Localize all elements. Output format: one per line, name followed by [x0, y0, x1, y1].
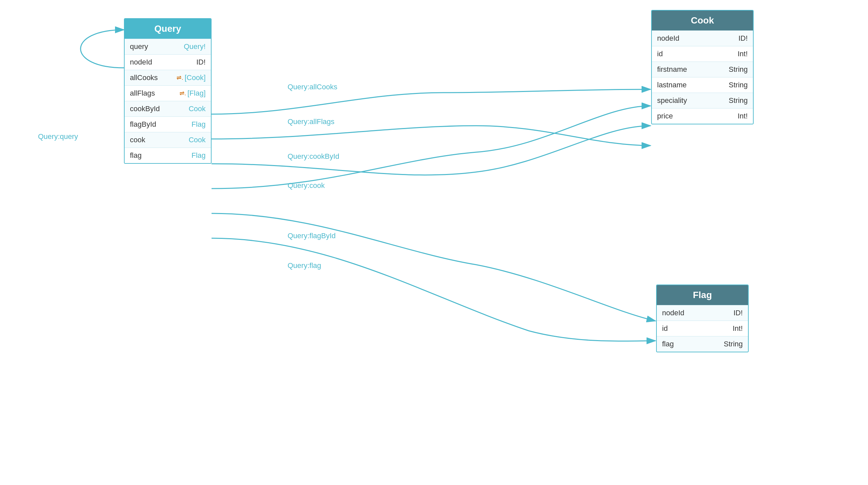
field-name: price	[657, 112, 673, 120]
field-type: Cook	[189, 105, 206, 113]
field-type: String	[729, 96, 748, 105]
table-row: nodeId ID!	[657, 305, 748, 320]
field-type: [Flag]	[187, 89, 206, 97]
field-name: query	[130, 42, 148, 51]
field-name: allFlags	[130, 89, 155, 97]
table-row: speciality String	[652, 93, 753, 108]
table-row: price Int!	[652, 108, 753, 124]
arrow-label-cook: Query:cook	[287, 181, 325, 190]
arrow-label-flag: Query:flag	[287, 261, 321, 270]
table-row: nodeId ID!	[652, 30, 753, 46]
field-name: flag	[662, 340, 674, 348]
table-row: flag String	[657, 336, 748, 352]
table-row: nodeId ID!	[125, 54, 211, 70]
field-name: cook	[130, 136, 145, 144]
field-name: nodeId	[657, 34, 679, 43]
table-row: allCooks ⇌. [Cook]	[125, 70, 211, 85]
field-type: ID!	[738, 34, 748, 43]
field-type: ID!	[196, 58, 206, 66]
field-name: firstname	[657, 65, 687, 74]
table-row: flag Flag	[125, 147, 211, 163]
field-name: flag	[130, 151, 142, 160]
table-row: allFlags ⇌. [Flag]	[125, 85, 211, 101]
field-name: speciality	[657, 96, 687, 105]
field-type: Flag	[191, 151, 206, 160]
relay-icon: ⇌.	[177, 74, 183, 81]
field-name: nodeId	[130, 58, 152, 66]
cook-table-header: Cook	[652, 10, 753, 30]
field-type: Query!	[184, 42, 206, 51]
table-row: cookById Cook	[125, 101, 211, 116]
arrow-label-allcooks: Query:allCooks	[287, 83, 337, 91]
field-name: nodeId	[662, 309, 684, 317]
arrow-label-flagbyid: Query:flagById	[287, 232, 336, 240]
flag-table: Flag nodeId ID! id Int! flag String	[656, 285, 749, 352]
field-type: String	[729, 65, 748, 74]
field-type: Cook	[189, 136, 206, 144]
field-type: String	[724, 340, 743, 348]
relay-icon: ⇌.	[180, 90, 186, 97]
table-row: lastname String	[652, 77, 753, 93]
field-type: [Cook]	[184, 74, 206, 82]
table-row: id Int!	[657, 320, 748, 336]
arrow-label-allflags: Query:allFlags	[287, 117, 335, 126]
field-type: String	[729, 81, 748, 89]
arrow-label-query-query: Query:query	[38, 132, 78, 141]
table-row: id Int!	[652, 46, 753, 61]
field-name: lastname	[657, 81, 686, 89]
query-table: Query query Query! nodeId ID! allCooks ⇌…	[124, 18, 212, 164]
diagram-container: Query:query Query:allCooks Query:allFlag…	[0, 0, 868, 485]
field-name: cookById	[130, 105, 160, 113]
table-row: flagById Flag	[125, 116, 211, 132]
arrow-label-cookbyid: Query:cookById	[287, 152, 339, 161]
field-type: Int!	[738, 112, 748, 120]
field-name: flagById	[130, 120, 156, 129]
query-table-header: Query	[125, 19, 211, 39]
flag-table-header: Flag	[657, 285, 748, 305]
field-type: Int!	[733, 324, 743, 333]
field-type: Int!	[738, 50, 748, 58]
cook-table: Cook nodeId ID! id Int! firstname String…	[651, 10, 754, 124]
table-row: cook Cook	[125, 132, 211, 147]
field-name: id	[662, 324, 668, 333]
table-row: firstname String	[652, 61, 753, 77]
field-type: ID!	[734, 309, 743, 317]
field-name: id	[657, 50, 663, 58]
field-name: allCooks	[130, 74, 158, 82]
field-type: Flag	[191, 120, 206, 129]
table-row: query Query!	[125, 39, 211, 54]
